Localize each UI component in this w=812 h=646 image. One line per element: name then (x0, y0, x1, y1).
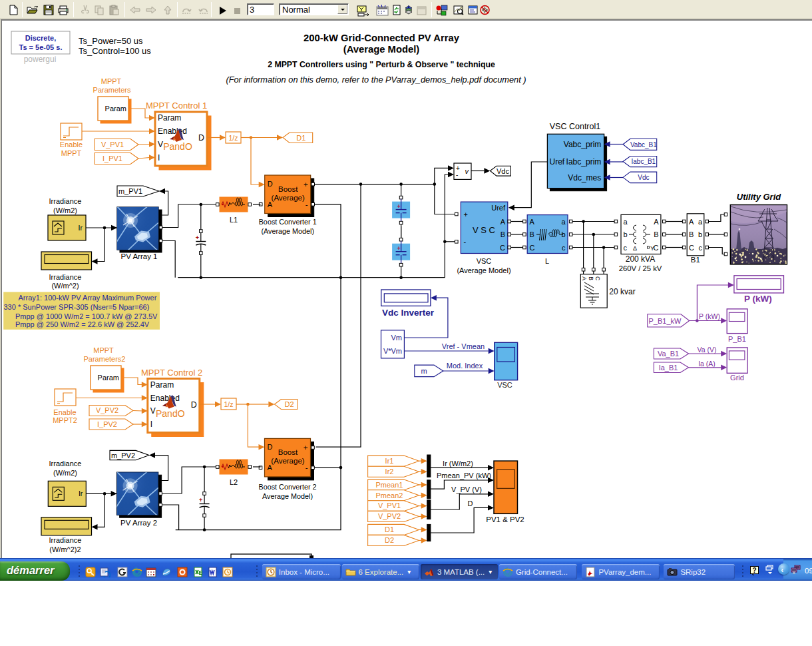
svg-text:A: A (268, 464, 273, 472)
svg-text:Ia (A): Ia (A) (698, 360, 715, 368)
svg-text:MPPT2: MPPT2 (53, 416, 77, 424)
svg-text:PV1 & PV2: PV1 & PV2 (486, 515, 524, 523)
svg-text:I: I (150, 420, 152, 429)
svg-text:-: - (464, 238, 467, 246)
svg-text:VSC: VSC (477, 257, 492, 265)
svg-text:260V / 25 kV: 260V / 25 kV (619, 264, 662, 272)
svg-text:b: b (698, 230, 702, 238)
svg-text:20 kvar: 20 kvar (609, 287, 635, 296)
svg-text:c: c (624, 244, 628, 252)
svg-text:Enabled: Enabled (150, 394, 180, 403)
svg-text:(Average Model): (Average Model) (457, 266, 510, 274)
svg-text:Pmpp @ 1000 W/m2 = 100.7 kW @: Pmpp @ 1000 W/m2 = 100.7 kW @ 273.5V (15, 312, 158, 320)
svg-text:Ts_Power=50 us: Ts_Power=50 us (79, 36, 143, 46)
svg-text:-: - (305, 200, 308, 208)
svg-text:VSC: VSC (497, 381, 512, 389)
svg-text:1/z: 1/z (224, 400, 233, 408)
svg-text:V S C: V S C (473, 225, 495, 235)
svg-text:Vdc Inverter: Vdc Inverter (382, 308, 435, 318)
svg-text:MPPT: MPPT (101, 77, 122, 85)
svg-text:A: A (689, 218, 694, 226)
svg-text:Ir (W/m2): Ir (W/m2) (443, 460, 473, 468)
svg-text:A: A (581, 276, 588, 280)
svg-text:C: C (689, 244, 694, 252)
svg-text:Ir2: Ir2 (385, 468, 394, 476)
svg-text:c: c (562, 244, 566, 252)
svg-text:m: m (421, 367, 427, 375)
svg-text:Average Model): Average Model) (262, 492, 313, 500)
svg-text:D: D (268, 443, 273, 451)
svg-text:A: A (268, 200, 273, 208)
svg-text:Pmean_PV (kW): Pmean_PV (kW) (437, 472, 491, 480)
svg-text:PV Array 2: PV Array 2 (120, 519, 157, 527)
svg-text:Param: Param (158, 113, 181, 123)
svg-text:Enable: Enable (60, 141, 83, 149)
svg-text:Uref: Uref (491, 204, 506, 212)
svg-text:Pmpp @ 250 W/m2 = 22.6 kW @: Pmpp @ 250 W/m2 = 22.6 kW @ 252.4V (15, 320, 150, 328)
svg-text:P (kW): P (kW) (699, 312, 720, 320)
svg-text:Discrete,: Discrete, (25, 34, 56, 42)
svg-text:Boost Converter 2: Boost Converter 2 (258, 483, 316, 491)
svg-text:-: - (456, 171, 458, 178)
svg-text:m_PV1: m_PV1 (118, 187, 142, 195)
svg-text:A: A (530, 218, 535, 226)
svg-text:Uref: Uref (550, 157, 565, 166)
svg-text:Array1: 100-kW PV Array Maxim: Array1: 100-kW PV Array Maximum Power (19, 294, 157, 302)
svg-text:Param: Param (98, 374, 119, 382)
svg-text:a: a (698, 218, 703, 226)
svg-text:Vref - Vmean: Vref - Vmean (442, 342, 485, 350)
svg-text:D: D (468, 499, 473, 507)
svg-text:+: + (199, 497, 202, 503)
svg-text:Boost: Boost (278, 448, 298, 456)
svg-text:D1: D1 (385, 525, 394, 533)
svg-text:Ia_B1: Ia_B1 (659, 364, 678, 372)
svg-text:Ts = 5e-05 s.: Ts = 5e-05 s. (19, 43, 63, 51)
svg-text:Vdc: Vdc (497, 167, 509, 175)
svg-text:Ir: Ir (79, 224, 83, 232)
svg-text:B: B (689, 230, 694, 238)
svg-text:Mod. Index: Mod. Index (447, 362, 483, 370)
svg-text:Pmean1: Pmean1 (376, 481, 403, 489)
svg-text:Boost Converter 1: Boost Converter 1 (259, 218, 317, 226)
svg-text:Param: Param (150, 380, 174, 390)
svg-text:Pmean2: Pmean2 (376, 491, 403, 499)
svg-text:D1: D1 (296, 134, 305, 142)
svg-text:Enabled: Enabled (158, 127, 187, 136)
svg-text:Ir: Ir (79, 489, 83, 497)
svg-text:Vm: Vm (391, 334, 403, 342)
svg-text:powergui: powergui (24, 55, 57, 64)
svg-text:C: C (500, 244, 505, 252)
svg-text:Param: Param (105, 105, 126, 113)
svg-text:V: V (150, 406, 156, 416)
svg-text:1/z: 1/z (228, 134, 238, 142)
svg-text:L2: L2 (230, 478, 238, 486)
svg-text:b: b (624, 230, 628, 238)
svg-text:(Average): (Average) (271, 457, 304, 465)
svg-text:B: B (654, 230, 658, 238)
svg-text:P_B1_kW: P_B1_kW (649, 317, 682, 325)
svg-text:(Average Model): (Average Model) (343, 44, 420, 55)
svg-text:Enable: Enable (53, 408, 76, 416)
svg-text:?: ? (752, 567, 756, 574)
svg-text:2 MPPT Controllers using " Pe: 2 MPPT Controllers using " Perturb & Obs… (268, 60, 495, 69)
svg-text:D: D (268, 180, 273, 188)
svg-text:D: D (191, 400, 197, 410)
svg-text:Vdc_mes: Vdc_mes (568, 173, 601, 182)
svg-text:Grid: Grid (730, 374, 744, 382)
svg-text:m_PV2: m_PV2 (111, 452, 135, 460)
svg-text:MPPT Control 2: MPPT Control 2 (141, 368, 202, 378)
svg-text:A: A (654, 218, 659, 226)
svg-text:PV Array 1: PV Array 1 (121, 252, 158, 260)
svg-text:+: + (397, 203, 400, 210)
svg-text:B: B (588, 276, 594, 280)
svg-text:(W/m^2)2: (W/m^2)2 (49, 545, 81, 553)
svg-text:(W/m2): (W/m2) (53, 469, 77, 477)
svg-text:MPPT Control 1: MPPT Control 1 (146, 101, 207, 111)
svg-text:200 kVA: 200 kVA (626, 254, 655, 264)
svg-text:B: B (501, 230, 505, 238)
svg-text:Vabc_prim: Vabc_prim (564, 140, 601, 149)
svg-text:Y: Y (650, 245, 654, 252)
svg-text:L: L (545, 257, 549, 265)
svg-text:a: a (561, 218, 566, 226)
svg-text:Irradiance: Irradiance (49, 536, 82, 544)
